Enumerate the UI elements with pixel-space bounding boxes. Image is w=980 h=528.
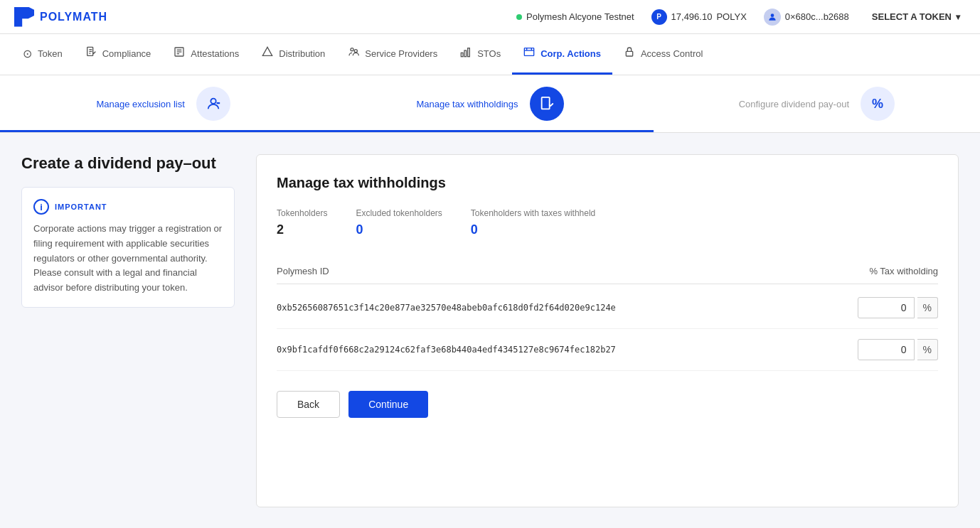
table-row: 0x9bf1cafdf0f668c2a29124c62faf3e68b440a4… <box>277 329 938 371</box>
chevron-down-icon: ▾ <box>956 12 960 22</box>
nav-item-access-control[interactable]: Access Control <box>612 34 714 75</box>
stat-tokenholders-value: 2 <box>277 222 327 237</box>
col-tax-header: % Tax witholding <box>824 266 938 276</box>
access-control-icon <box>624 46 635 60</box>
important-text: Corporate actions may trigger a registra… <box>33 222 223 296</box>
attestations-icon <box>174 46 185 60</box>
nav-item-stos[interactable]: STOs <box>449 34 512 75</box>
steps-bar: Manage exclusion list Manage tax withhol… <box>0 75 980 133</box>
balance-amount: 17,496.10 <box>671 11 713 22</box>
row-id-2: 0x9bf1cafdf0f668c2a29124c62faf3e68b440a4… <box>277 345 824 355</box>
logo-icon <box>14 7 34 27</box>
address-text: 0×680c...b2688 <box>785 11 849 22</box>
stat-excluded: Excluded tokenholders 0 <box>356 208 442 237</box>
logo-text: POLYMATH <box>40 11 107 23</box>
step-configure-icon: % <box>861 87 895 121</box>
polyx-icon: P <box>651 9 667 25</box>
svg-rect-13 <box>464 50 467 57</box>
stat-excluded-value: 0 <box>356 222 442 237</box>
back-button[interactable]: Back <box>277 391 340 418</box>
compliance-icon <box>85 46 97 60</box>
sidebar-title: Create a dividend pay–out <box>21 154 235 173</box>
percent-sign-1: % <box>917 297 938 318</box>
nav-item-service-providers[interactable]: Service Providers <box>336 34 449 75</box>
nav-label-compliance: Compliance <box>102 48 151 59</box>
important-box: i IMPORTANT Corporate actions may trigge… <box>21 187 235 308</box>
step-tax-icon <box>530 87 564 121</box>
percent-sign-2: % <box>917 339 938 360</box>
svg-rect-12 <box>462 53 464 56</box>
nav-label-corp-actions: Corp. Actions <box>540 48 601 59</box>
step-exclusion-icon <box>196 87 230 121</box>
avatar-icon <box>764 9 781 26</box>
svg-marker-9 <box>263 47 272 55</box>
step-tax-label: Manage tax withholdings <box>416 99 518 109</box>
stat-tokenholders: Tokenholders 2 <box>277 208 327 237</box>
content-panel: Manage tax withholdings Tokenholders 2 E… <box>256 154 959 507</box>
header: POLYMATH Polymesh Alcyone Testnet P 17,4… <box>0 0 980 34</box>
select-token-label: SELECT A TOKEN <box>872 11 952 22</box>
nav-item-attestations[interactable]: Attestations <box>162 34 250 75</box>
svg-rect-19 <box>541 97 549 109</box>
token-symbol: POLYX <box>716 11 746 22</box>
stat-taxwithheld-value: 0 <box>471 222 595 237</box>
stos-icon <box>460 46 472 60</box>
nav-item-token[interactable]: ⊙ Token <box>11 34 74 75</box>
col-id-header: Polymesh ID <box>277 266 824 276</box>
step-exclusion[interactable]: Manage exclusion list <box>0 75 326 132</box>
svg-point-10 <box>351 48 353 51</box>
stat-excluded-label: Excluded tokenholders <box>356 208 442 218</box>
table-header: Polymesh ID % Tax witholding <box>277 259 938 284</box>
select-token-button[interactable]: SELECT A TOKEN ▾ <box>866 9 966 25</box>
stats-row: Tokenholders 2 Excluded tokenholders 0 T… <box>277 208 938 237</box>
network-status: Polymesh Alcyone Testnet <box>516 11 634 22</box>
svg-point-17 <box>211 99 215 104</box>
row-tax-2: % <box>824 339 938 360</box>
table-row: 0xb52656087651c3f14c20e877ae32570e48abeb… <box>277 287 938 329</box>
nav-label-service-providers: Service Providers <box>365 48 437 59</box>
nav-label-distribution: Distribution <box>279 48 325 59</box>
nav-item-distribution[interactable]: Distribution <box>250 34 336 75</box>
step-tax[interactable]: Manage tax withholdings <box>326 75 653 132</box>
step-configure[interactable]: Configure dividend pay-out % <box>654 75 980 132</box>
tax-input-wrapper-1: % <box>858 297 938 318</box>
corp-actions-icon <box>523 46 535 60</box>
stat-taxwithheld-label: Tokenholders with taxes withheld <box>471 208 595 218</box>
nav-item-compliance[interactable]: Compliance <box>74 34 163 75</box>
nav-label-token: Token <box>38 48 63 59</box>
logo: POLYMATH <box>14 7 107 27</box>
important-label: IMPORTANT <box>55 203 107 211</box>
svg-point-11 <box>355 50 358 53</box>
info-icon: i <box>33 199 49 215</box>
row-id-1: 0xb52656087651c3f14c20e877ae32570e48abeb… <box>277 303 824 313</box>
row-tax-1: % <box>824 297 938 318</box>
token-icon: ⊙ <box>23 47 32 60</box>
svg-rect-16 <box>626 51 632 56</box>
button-row: Back Continue <box>277 391 938 418</box>
svg-point-0 <box>770 14 774 17</box>
network-dot-icon <box>516 14 522 20</box>
main-nav: ⊙ Token Compliance Attestations Distribu… <box>0 34 980 75</box>
sidebar: Create a dividend pay–out i IMPORTANT Co… <box>21 154 235 507</box>
tax-input-1[interactable] <box>858 297 915 318</box>
content-title: Manage tax withholdings <box>277 175 938 191</box>
svg-rect-15 <box>525 48 534 56</box>
tax-input-wrapper-2: % <box>858 339 938 360</box>
nav-label-access-control: Access Control <box>641 48 703 59</box>
stat-taxwithheld: Tokenholders with taxes withheld 0 <box>471 208 595 237</box>
nav-label-attestations: Attestations <box>191 48 239 59</box>
continue-button[interactable]: Continue <box>348 391 428 418</box>
service-providers-icon <box>348 46 359 60</box>
important-header: i IMPORTANT <box>33 199 223 215</box>
nav-label-stos: STOs <box>477 48 501 59</box>
wallet-address: 0×680c...b2688 <box>764 9 849 26</box>
stat-tokenholders-label: Tokenholders <box>277 208 327 218</box>
step-configure-label: Configure dividend pay-out <box>739 99 849 109</box>
nav-item-corp-actions[interactable]: Corp. Actions <box>512 34 612 75</box>
balance-display: P 17,496.10 POLYX <box>651 9 747 25</box>
main-content: Create a dividend pay–out i IMPORTANT Co… <box>0 133 980 528</box>
network-label: Polymesh Alcyone Testnet <box>526 11 634 22</box>
step-exclusion-label: Manage exclusion list <box>97 99 185 109</box>
tax-input-2[interactable] <box>858 339 915 360</box>
distribution-icon <box>262 46 273 60</box>
